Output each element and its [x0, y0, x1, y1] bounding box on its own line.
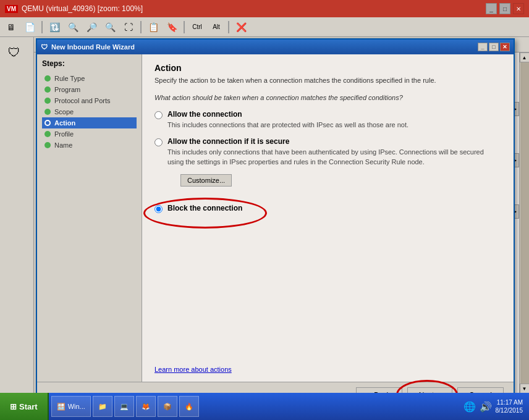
step-dot-protocol [44, 98, 51, 104]
option-block: Block the connection [154, 204, 501, 213]
toolbar-icon-zoom-in[interactable]: 🔎 [83, 19, 100, 35]
step-name[interactable]: Name [42, 140, 137, 151]
step-label-program: Program [54, 86, 80, 93]
toolbar-separator-3 [184, 21, 185, 33]
radio-allow[interactable] [154, 111, 163, 119]
start-label: Start [19, 402, 38, 411]
wizard-section-title: Action [154, 63, 501, 73]
option-block-wrapper: Block the connection [154, 204, 501, 213]
step-profile[interactable]: Profile [42, 128, 137, 140]
taskbar-item-files[interactable]: 📦 [158, 396, 177, 417]
explorer-sidebar: 🛡 [0, 37, 34, 393]
wizard-dialog-container: 🛡 New Inbound Rule Wizard _ □ ✕ Steps: R… [36, 38, 515, 390]
step-action[interactable]: Action [42, 117, 137, 128]
toolbar-icon-file[interactable]: 📄 [21, 19, 38, 35]
start-button[interactable]: ⊞ Start [0, 393, 49, 420]
taskbar-item-folder[interactable]: 📁 [93, 396, 112, 417]
toolbar-icon-zoom-out[interactable]: 🔍 [64, 19, 82, 35]
toolbar-separator-1 [41, 21, 43, 33]
step-dot-rule-type [44, 75, 51, 82]
wizard-title-icons: _ □ ✕ [478, 43, 510, 51]
content-spacer [154, 219, 501, 366]
taskbar-time: 11:17 AM [496, 398, 523, 406]
radio-allow-secure[interactable] [154, 138, 163, 146]
toolbar-ctrl[interactable]: Ctrl [188, 19, 206, 35]
maximize-button[interactable]: □ [499, 3, 510, 14]
toolbar-icon-monitor[interactable]: 🖥 [2, 19, 20, 35]
wizard-body: Steps: Rule Type Program Protocol and Po… [37, 54, 514, 382]
wizard-icon: 🛡 [41, 43, 48, 51]
taskbar-clock[interactable]: 11:17 AM 8/12/2015 [496, 398, 523, 414]
customize-button[interactable]: Customize... [180, 174, 232, 187]
step-dot-scope [44, 109, 51, 115]
taskbar-item-firefox[interactable]: 🦊 [136, 396, 156, 417]
taskbar: ⊞ Start 🪟 Win... 📁 💻 🦊 📦 🔥 🌐 🔊 11:17 AM … [0, 393, 529, 420]
scroll-down-arrow[interactable]: ▼ [520, 384, 530, 393]
scroll-track[interactable] [520, 62, 529, 384]
steps-title: Steps: [42, 59, 137, 68]
windows-firewall-icon: 🛡 [8, 46, 20, 60]
minimize-button[interactable]: _ [486, 3, 497, 14]
toolbar-icon-bookmark[interactable]: 🔖 [163, 19, 180, 35]
step-dot-profile [44, 131, 51, 137]
customize-area: Customize... [168, 174, 501, 195]
option-allow-secure: Allow the connection if it is secure Thi… [154, 137, 501, 167]
step-protocol-ports[interactable]: Protocol and Ports [42, 95, 137, 106]
sidebar-icon-windows[interactable]: 🛡 [1, 40, 27, 65]
taskbar-item-app[interactable]: 🔥 [179, 396, 199, 417]
toolbar-icon-fullscreen[interactable]: ⛶ [120, 19, 137, 35]
qemu-icon: VM [5, 5, 18, 13]
wizard-close-btn[interactable]: ✕ [500, 43, 510, 51]
taskbar-network-icon[interactable]: 🌐 [463, 401, 476, 413]
step-program[interactable]: Program [42, 84, 137, 95]
wizard-dialog: 🛡 New Inbound Rule Wizard _ □ ✕ Steps: R… [36, 38, 515, 410]
taskbar-folder-icon: 📁 [98, 403, 107, 411]
step-dot-program [44, 86, 51, 93]
scroll-up-arrow[interactable]: ▲ [520, 52, 530, 62]
block-main-label[interactable]: Block the connection [167, 204, 242, 212]
allow-secure-label-group: Allow the connection if it is secure Thi… [167, 137, 501, 167]
toolbar-alt[interactable]: Alt [208, 19, 225, 35]
taskbar-app-icon: 🔥 [185, 403, 193, 411]
allow-main-label[interactable]: Allow the connection [167, 110, 408, 119]
wizard-title-bar: 🛡 New Inbound Rule Wizard _ □ ✕ [37, 40, 514, 54]
allow-label-group: Allow the connection This includes conne… [167, 110, 408, 130]
toolbar-icon-zoom-reset[interactable]: 🔍 [101, 19, 119, 35]
step-rule-type[interactable]: Rule Type [42, 73, 137, 84]
toolbar-separator-4 [228, 21, 229, 33]
steps-panel: Steps: Rule Type Program Protocol and Po… [37, 54, 142, 382]
step-scope[interactable]: Scope [42, 106, 137, 117]
toolbar: 🖥 📄 🔃 🔍 🔎 🔍 ⛶ 📋 🔖 Ctrl Alt ❌ [0, 17, 529, 37]
step-label-rule-type: Rule Type [54, 75, 85, 82]
taskbar-windows-icon: 🪟 [57, 403, 66, 411]
taskbar-item-terminal[interactable]: 💻 [114, 396, 134, 417]
title-bar-controls: _ □ ✕ [486, 3, 524, 14]
allow-secure-main-label[interactable]: Allow the connection if it is secure [167, 137, 501, 146]
taskbar-windows-label: Win... [68, 403, 85, 410]
wizard-question: What action should be taken when a conne… [154, 94, 501, 101]
option-allow: Allow the connection This includes conne… [154, 110, 501, 130]
taskbar-date: 8/12/2015 [496, 406, 523, 414]
close-button[interactable]: ✕ [513, 3, 524, 14]
step-dot-name [44, 142, 51, 148]
wizard-subtitle: Specify the action to be taken when a co… [154, 77, 501, 84]
taskbar-volume-icon[interactable]: 🔊 [480, 401, 492, 413]
allow-secure-description: This includes only connections that have… [167, 148, 501, 167]
taskbar-terminal-icon: 💻 [120, 403, 129, 411]
wizard-content: Action Specify the action to be taken wh… [142, 54, 514, 382]
toolbar-separator-2 [140, 21, 142, 33]
radio-block[interactable] [154, 205, 163, 213]
wizard-minimize-btn[interactable]: _ [478, 43, 488, 51]
taskbar-files-icon: 📦 [163, 403, 172, 411]
step-label-name: Name [54, 141, 72, 149]
toolbar-icon-refresh[interactable]: 🔃 [46, 19, 63, 35]
step-label-profile: Profile [54, 130, 74, 138]
toolbar-icon-close[interactable]: ❌ [232, 19, 250, 35]
toolbar-icon-clipboard[interactable]: 📋 [145, 19, 162, 35]
wizard-maximize-btn[interactable]: □ [489, 43, 499, 51]
step-label-protocol: Protocol and Ports [54, 97, 111, 104]
learn-more-link[interactable]: Learn more about actions [154, 366, 501, 373]
title-bar-left: VM QEMU (virtual_40936) [zoom: 100%] [5, 4, 143, 13]
taskbar-item-windows[interactable]: 🪟 Win... [51, 396, 91, 417]
block-label-group: Block the connection [167, 204, 242, 212]
